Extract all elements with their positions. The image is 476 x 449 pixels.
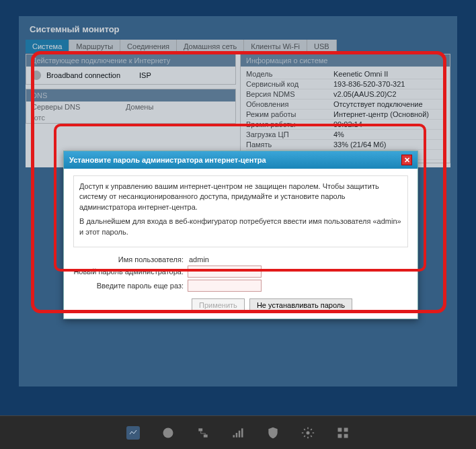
gear-icon[interactable]	[301, 426, 315, 440]
dialog-message-1: Доступ к управлению вашим интернет-центр…	[79, 181, 402, 212]
new-password-label: Новый пароль администратора:	[73, 268, 188, 276]
apply-button[interactable]: Применить	[192, 298, 245, 312]
apps-icon[interactable]	[336, 426, 350, 440]
close-icon[interactable]: ✕	[401, 155, 412, 165]
svg-rect-5	[239, 430, 241, 437]
confirm-password-label: Введите пароль еще раз:	[73, 282, 188, 290]
signal-icon[interactable]	[231, 426, 245, 440]
svg-point-0	[163, 427, 173, 438]
svg-rect-9	[344, 427, 348, 432]
dialog-message-2: В дальнейшем для входа в веб-конфигурато…	[79, 216, 402, 237]
skip-password-button[interactable]: Не устанавливать пароль	[249, 298, 352, 312]
shield-icon[interactable]	[266, 426, 280, 440]
svg-rect-8	[338, 427, 342, 432]
svg-rect-6	[241, 428, 243, 437]
globe-icon[interactable]	[161, 426, 175, 440]
svg-rect-10	[338, 434, 342, 438]
network-icon[interactable]	[196, 426, 210, 440]
svg-rect-3	[233, 435, 235, 437]
svg-rect-2	[204, 434, 208, 437]
monitor-icon[interactable]	[126, 426, 140, 440]
bottom-nav	[0, 415, 476, 449]
username-label: Имя пользователя:	[73, 255, 188, 263]
svg-rect-4	[236, 433, 238, 438]
svg-rect-1	[198, 428, 202, 431]
dialog-title: Установите пароль администратора интерне…	[69, 156, 266, 164]
admin-password-dialog: Установите пароль администратора интерне…	[63, 151, 418, 319]
svg-point-7	[307, 431, 310, 434]
confirm-password-input[interactable]	[188, 280, 262, 292]
username-value: admin	[188, 255, 209, 263]
svg-rect-11	[344, 434, 348, 438]
new-password-input[interactable]	[188, 266, 262, 278]
